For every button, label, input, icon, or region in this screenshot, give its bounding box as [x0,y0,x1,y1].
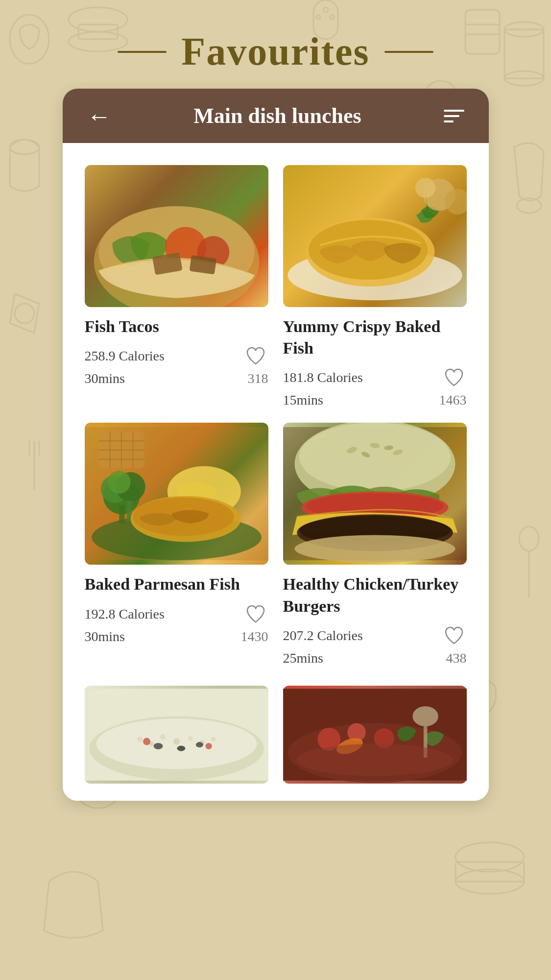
food-grid: Fish Tacos 258.9 Calories 30mins 318 [63,143,489,678]
svg-point-82 [173,738,179,744]
food-time-fish-tacos: 30mins [85,371,125,386]
food-name-chicken-burgers: Healthy Chicken/Turkey Burgers [283,574,467,617]
food-time-baked-fish: 15mins [283,392,323,408]
filter-line-1 [444,110,464,112]
heart-button-parmesan-fish[interactable] [243,601,268,627]
svg-rect-18 [455,862,524,882]
food-time-parmesan-fish: 30mins [85,629,125,645]
partial-image-2 [283,686,467,784]
food-time-chicken-burgers: 25mins [283,650,323,666]
main-card: ← Main dish lunches [63,89,489,801]
svg-point-86 [153,743,163,749]
svg-point-65 [299,423,450,491]
food-calories-chicken-burgers: 207.2 Calories [283,628,363,644]
heart-button-fish-tacos[interactable] [243,343,268,369]
page-header-row: Favourites [0,29,551,74]
card-header-title: Main dish lunches [193,103,361,128]
food-image-parmesan-fish [85,423,268,565]
food-image-fish-tacos [85,165,268,307]
heart-button-chicken-burgers[interactable] [441,623,467,648]
page-title: Favourites [181,29,369,74]
food-likes-chicken-burgers: 438 [446,650,467,666]
food-calories-row-baked-fish: 181.8 Calories [283,365,467,390]
svg-point-75 [294,535,455,563]
svg-point-85 [211,737,215,741]
food-image-chicken-burgers [283,423,467,565]
svg-point-17 [455,842,524,872]
svg-point-79 [137,737,142,742]
food-name-baked-fish: Yummy Crispy Baked Fish [283,316,467,359]
svg-point-19 [455,869,524,894]
food-calories-baked-fish: 181.8 Calories [283,370,363,385]
food-likes-fish-tacos: 318 [248,371,268,386]
svg-point-99 [297,744,453,776]
card-header: ← Main dish lunches [63,89,489,143]
food-time-row-chicken-burgers: 25mins 438 [283,650,467,666]
food-calories-row-fish-tacos: 258.9 Calories [85,343,268,369]
svg-point-89 [143,738,150,745]
filter-button[interactable] [444,110,464,122]
food-calories-parmesan-fish: 192.8 Calories [85,606,165,622]
food-name-parmesan-fish: Baked Parmesan Fish [85,574,268,595]
food-card-parmesan-fish[interactable]: Baked Parmesan Fish 192.8 Calories 30min… [85,423,268,666]
header-line-left [118,51,167,53]
food-time-row-baked-fish: 15mins 1463 [283,392,467,408]
partial-card-2[interactable] [283,686,467,784]
food-time-row-fish-tacos: 30mins 318 [85,371,268,386]
food-likes-baked-fish: 1463 [439,392,467,408]
svg-point-83 [188,736,192,741]
svg-rect-51 [119,505,124,524]
svg-point-88 [195,742,203,747]
food-calories-row-chicken-burgers: 207.2 Calories [283,623,467,648]
svg-point-50 [107,471,130,494]
food-card-baked-fish[interactable]: Yummy Crispy Baked Fish 181.8 Calories 1… [283,165,467,408]
food-card-chicken-burgers[interactable]: Healthy Chicken/Turkey Burgers 207.2 Cal… [283,423,467,666]
food-name-fish-tacos: Fish Tacos [85,316,268,337]
partial-card-1[interactable] [85,686,268,784]
header-line-right [384,51,433,53]
food-likes-parmesan-fish: 1430 [241,629,268,645]
heart-button-baked-fish[interactable] [441,365,467,390]
partial-food-row [63,678,489,801]
svg-point-87 [177,745,185,751]
svg-point-44 [415,178,435,198]
partial-image-1 [85,686,268,784]
filter-line-2 [444,115,459,117]
food-card-fish-tacos[interactable]: Fish Tacos 258.9 Calories 30mins 318 [85,165,268,408]
svg-point-90 [205,743,212,749]
filter-line-3 [444,120,454,122]
svg-point-97 [412,706,438,726]
food-calories-fish-tacos: 258.9 Calories [85,348,165,364]
svg-point-81 [160,734,165,740]
back-button[interactable]: ← [87,104,112,128]
food-image-baked-fish [283,165,467,307]
food-time-row-parmesan-fish: 30mins 1430 [85,629,268,645]
food-calories-row-parmesan-fish: 192.8 Calories [85,601,268,627]
